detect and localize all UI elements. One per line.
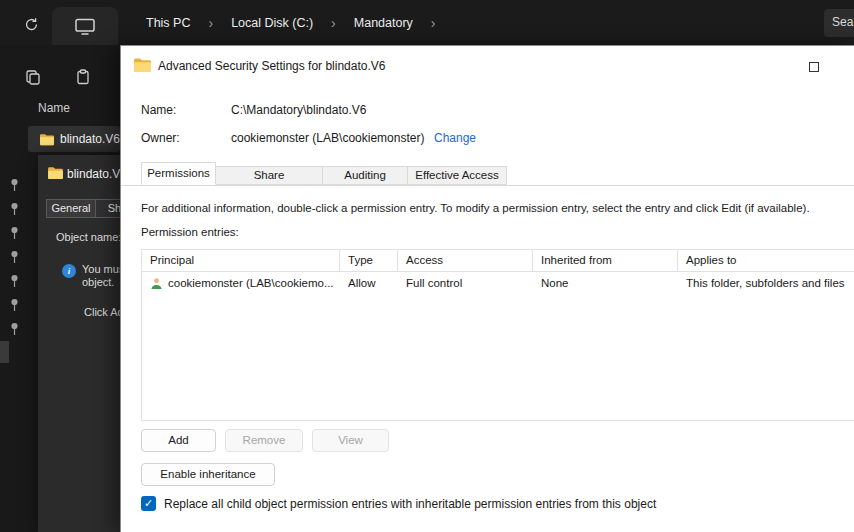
pin-icon	[9, 202, 20, 216]
view-button[interactable]: View	[312, 429, 389, 452]
properties-dialog: blindato.V General Sha Object name: i Yo…	[38, 155, 120, 532]
pinned-item[interactable]	[5, 296, 23, 314]
column-header-inherited-from[interactable]: Inherited from	[533, 250, 678, 271]
name-value: C:\Mandatory\blindato.V6	[231, 103, 366, 117]
properties-dialog-title: blindato.V	[67, 167, 120, 181]
pin-icon	[9, 322, 20, 336]
breadcrumb-chevron-icon[interactable]: ›	[319, 15, 348, 31]
explorer-tab[interactable]	[52, 7, 118, 45]
column-header-type[interactable]: Type	[340, 250, 398, 271]
properties-info-text: You mus	[82, 263, 120, 275]
pinned-item[interactable]	[5, 320, 23, 338]
add-button[interactable]: Add	[141, 429, 216, 452]
replace-permissions-row: ✓ Replace all child object permission en…	[141, 496, 656, 511]
properties-info-text: Click Ad	[84, 306, 120, 318]
file-row[interactable]: blindato.V6	[28, 126, 120, 152]
cell-type: Allow	[340, 277, 398, 289]
refresh-icon	[24, 17, 39, 32]
cell-access: Full control	[398, 277, 533, 289]
folder-icon	[40, 133, 54, 146]
copy-button[interactable]	[20, 64, 46, 90]
instruction-text: For additional information, double-click…	[141, 202, 810, 214]
enable-inheritance-button[interactable]: Enable inheritance	[141, 463, 275, 486]
explorer-titlebar: This PC › Local Disk (C:) › Mandatory › …	[0, 0, 854, 45]
pin-icon	[9, 250, 20, 264]
change-owner-link[interactable]: Change	[434, 131, 476, 145]
cell-principal: cookiemonster (LAB\cookiemo...	[168, 277, 334, 289]
name-column-header[interactable]: Name	[38, 101, 70, 115]
column-header-principal[interactable]: Principal	[142, 250, 340, 271]
name-label: Name:	[141, 103, 176, 117]
user-icon	[150, 277, 163, 290]
folder-icon	[48, 167, 63, 179]
tab-permissions[interactable]: Permissions	[141, 162, 216, 185]
owner-label: Owner:	[141, 131, 180, 145]
pin-icon	[9, 298, 20, 312]
remove-button[interactable]: Remove	[225, 429, 303, 452]
copy-icon	[25, 69, 41, 85]
owner-value: cookiemonster (LAB\cookiemonster)	[231, 131, 424, 145]
properties-info-text: object.	[82, 276, 114, 288]
tab-effective-access[interactable]: Effective Access	[407, 166, 507, 185]
column-header-applies-to[interactable]: Applies to	[678, 250, 854, 271]
breadcrumb-mandatory[interactable]: Mandatory	[348, 12, 419, 34]
pin-icon	[9, 178, 20, 192]
breadcrumb-chevron-icon[interactable]: ›	[196, 15, 225, 31]
properties-tab-sharing[interactable]: Sha	[95, 199, 120, 218]
permission-entries-label: Permission entries:	[141, 226, 239, 238]
tab-share[interactable]: Share	[215, 166, 323, 185]
file-name-label: blindato.V6	[60, 132, 120, 146]
table-row[interactable]: cookiemonster (LAB\cookiemo... Allow Ful…	[142, 272, 854, 294]
tab-auditing[interactable]: Auditing	[322, 166, 408, 185]
pinned-item[interactable]	[5, 272, 23, 290]
pinned-item[interactable]	[5, 200, 23, 218]
folder-icon	[134, 58, 151, 72]
advanced-security-dialog: Advanced Security Settings for blindato.…	[120, 45, 854, 532]
paste-icon	[75, 69, 91, 85]
cell-applies-to: This folder, subfolders and files	[678, 277, 854, 289]
pinned-item[interactable]	[5, 176, 23, 194]
breadcrumb-this-pc[interactable]: This PC	[140, 12, 196, 34]
properties-tab-general[interactable]: General	[46, 199, 96, 218]
object-name-label: Object name:	[56, 231, 120, 243]
replace-permissions-label: Replace all child object permission entr…	[164, 496, 656, 511]
monitor-icon	[75, 18, 95, 35]
column-header-access[interactable]: Access	[398, 250, 533, 271]
pinned-item[interactable]	[5, 224, 23, 242]
search-input[interactable]: Sea	[824, 9, 854, 37]
pin-icon	[9, 274, 20, 288]
dialog-title: Advanced Security Settings for blindato.…	[158, 59, 385, 73]
pin-icon	[9, 226, 20, 240]
dialog-tabs: Permissions Share Auditing Effective Acc…	[121, 163, 854, 186]
breadcrumb-local-disk[interactable]: Local Disk (C:)	[225, 12, 319, 34]
breadcrumb-chevron-icon[interactable]: ›	[419, 15, 448, 31]
info-icon: i	[62, 264, 76, 278]
breadcrumb: This PC › Local Disk (C:) › Mandatory ›	[140, 0, 448, 45]
refresh-button[interactable]	[18, 11, 44, 37]
paste-button[interactable]	[70, 64, 96, 90]
cell-inherited-from: None	[533, 277, 678, 289]
table-header: Principal Type Access Inherited from App…	[142, 250, 854, 272]
replace-permissions-checkbox[interactable]: ✓	[141, 496, 156, 511]
permission-entries-table: Principal Type Access Inherited from App…	[141, 249, 854, 421]
sidebar-selection-indicator	[0, 341, 9, 363]
maximize-icon	[809, 62, 819, 72]
pinned-item[interactable]	[5, 248, 23, 266]
maximize-button[interactable]	[805, 58, 823, 76]
